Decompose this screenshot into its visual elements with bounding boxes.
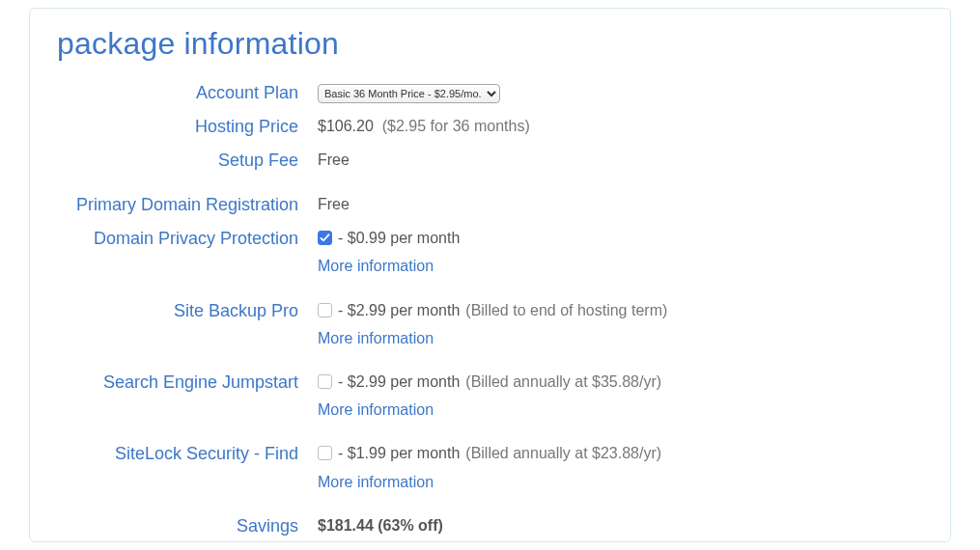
panel-title: package information [57, 26, 923, 62]
sitelock-billing-note: (Billed annually at $23.88/yr) [465, 440, 661, 466]
value-sitelock: - $1.99 per month (Billed annually at $2… [318, 440, 923, 494]
hosting-price-amount: $106.20 [318, 118, 374, 134]
label-primary-domain: Primary Domain Registration [57, 191, 318, 219]
value-domain-privacy: - $0.99 per month More information [318, 225, 923, 279]
label-sitelock: SiteLock Security - Find [57, 440, 318, 468]
row-search-engine: Search Engine Jumpstart - $2.99 per mont… [57, 369, 923, 423]
site-backup-checkbox[interactable] [318, 303, 332, 317]
label-setup-fee: Setup Fee [57, 147, 318, 175]
label-savings: Savings [57, 512, 318, 540]
value-savings: $181.44 (63% off) [318, 512, 923, 538]
row-primary-domain: Primary Domain Registration Free [57, 191, 923, 219]
row-site-backup: Site Backup Pro - $2.99 per month (Bille… [57, 297, 923, 351]
row-domain-privacy: Domain Privacy Protection - $0.99 per mo… [57, 225, 923, 279]
row-sitelock: SiteLock Security - Find - $1.99 per mon… [57, 440, 923, 494]
row-savings: Savings $181.44 (63% off) [57, 512, 923, 540]
search-engine-price-text: - $2.99 per month [338, 369, 460, 395]
search-engine-checkbox[interactable] [318, 374, 332, 389]
account-plan-select[interactable]: Basic 36 Month Price - $2.95/mo. [318, 84, 500, 103]
search-engine-more-info-link[interactable]: More information [318, 397, 923, 423]
value-setup-fee: Free [318, 147, 923, 173]
sitelock-checkbox[interactable] [318, 446, 332, 460]
value-account-plan: Basic 36 Month Price - $2.95/mo. [318, 79, 923, 105]
sitelock-price-text: - $1.99 per month [338, 440, 460, 466]
row-setup-fee: Setup Fee Free [57, 147, 923, 175]
value-hosting-price: $106.20 ($2.95 for 36 months) [318, 113, 923, 139]
row-account-plan: Account Plan Basic 36 Month Price - $2.9… [57, 79, 923, 107]
sitelock-more-info-link[interactable]: More information [318, 469, 923, 495]
row-hosting-price: Hosting Price $106.20 ($2.95 for 36 mont… [57, 113, 923, 141]
check-icon [320, 233, 330, 243]
row-total: Total $118.08 [57, 545, 923, 550]
label-total: Total [57, 545, 318, 550]
site-backup-price-text: - $2.99 per month [338, 297, 460, 323]
value-search-engine: - $2.99 per month (Billed annually at $3… [318, 369, 923, 423]
label-search-engine: Search Engine Jumpstart [57, 369, 318, 397]
label-hosting-price: Hosting Price [57, 113, 318, 141]
value-primary-domain: Free [318, 191, 923, 217]
site-backup-more-info-link[interactable]: More information [318, 325, 923, 351]
package-information-panel: package information Account Plan Basic 3… [29, 8, 951, 542]
domain-privacy-price-text: - $0.99 per month [338, 225, 460, 251]
label-account-plan: Account Plan [57, 79, 318, 107]
value-site-backup: - $2.99 per month (Billed to end of host… [318, 297, 923, 351]
hosting-price-detail: ($2.95 for 36 months) [382, 118, 530, 134]
label-domain-privacy: Domain Privacy Protection [57, 225, 318, 253]
domain-privacy-more-info-link[interactable]: More information [318, 253, 923, 279]
label-site-backup: Site Backup Pro [57, 297, 318, 325]
value-total: $118.08 [318, 545, 923, 550]
domain-privacy-checkbox[interactable] [318, 231, 332, 245]
search-engine-billing-note: (Billed annually at $35.88/yr) [465, 369, 661, 395]
site-backup-billing-note: (Billed to end of hosting term) [465, 297, 667, 323]
